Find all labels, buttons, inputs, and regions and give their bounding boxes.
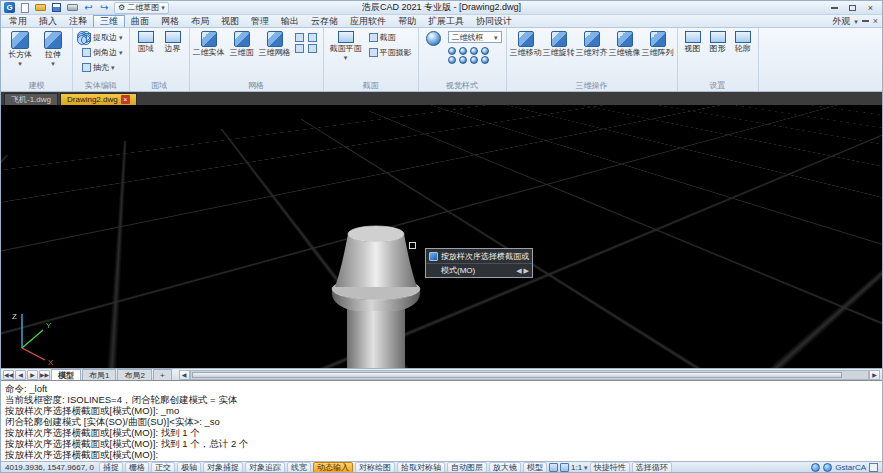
scrollbar-thumb[interactable] [192, 372, 842, 378]
open-file-button[interactable] [34, 2, 47, 14]
visual-style-option-icon[interactable] [459, 47, 467, 55]
solid-2d-button[interactable]: 二维实体 [194, 31, 224, 57]
doc-close-icon[interactable]: × [873, 17, 878, 26]
toggle-dynamic-input[interactable]: 动态输入 [313, 462, 353, 473]
rotate-3d-button[interactable]: 三维旋转 [544, 31, 574, 57]
close-drawing-icon[interactable]: × [121, 95, 130, 104]
scroll-left-icon[interactable]: ◀ [179, 370, 190, 380]
tab-mesh[interactable]: 网格 [155, 15, 185, 27]
next-option-icon[interactable]: ▶ [524, 267, 529, 275]
toggle-grid[interactable]: 栅格 [125, 462, 149, 473]
align-3d-button[interactable]: 三维对齐 [577, 31, 607, 57]
array-3d-button[interactable]: 三维阵列 [643, 31, 673, 57]
maximize-button[interactable] [844, 2, 861, 14]
toggle-polar[interactable]: 极轴 [177, 462, 201, 473]
revolved-mesh-icon[interactable] [295, 33, 304, 42]
region-button[interactable]: 面域 [134, 31, 158, 53]
visual-style-option-icon[interactable] [481, 56, 489, 64]
shell-button[interactable]: 抽壳 ▾ [80, 61, 125, 74]
tab-view[interactable]: 视图 [215, 15, 245, 27]
toggle-lineweight[interactable]: 线宽 [287, 462, 311, 473]
close-button[interactable]: × [862, 2, 879, 14]
chamfer-edge-button[interactable]: 倒角边 ▾ [80, 46, 125, 59]
toggle-snap[interactable]: 捕捉 [99, 462, 123, 473]
redo-button[interactable]: ↪ [98, 2, 111, 14]
view-button[interactable]: 视图 [682, 31, 704, 53]
tab-express-tools[interactable]: 扩展工具 [422, 15, 470, 27]
tab-insert[interactable]: 插入 [33, 15, 63, 27]
annotation-scale-value[interactable]: 1:1 [571, 463, 582, 472]
graphics-button[interactable]: 图形 [707, 31, 729, 53]
tab-collaboration[interactable]: 协同设计 [470, 15, 518, 27]
last-layout-icon[interactable]: ▶▶ [39, 370, 50, 380]
edge-mesh-icon[interactable] [308, 44, 317, 53]
next-layout-icon[interactable]: ▶ [27, 370, 38, 380]
visual-style-option-icon[interactable] [481, 47, 489, 55]
scrollbar-track[interactable] [190, 370, 869, 380]
toggle-pick-symmetry-axis[interactable]: 拾取对称轴 [397, 462, 445, 473]
scroll-right-icon[interactable]: ▶ [869, 370, 880, 380]
gstarcad-cloud-button[interactable]: GstarCA [835, 463, 866, 472]
toggle-autolayer[interactable]: 自动图层 [447, 462, 487, 473]
face-3d-button[interactable]: 三维面 [227, 31, 257, 57]
save-button[interactable] [50, 2, 63, 14]
extrude-button[interactable]: 拉伸 ▾ [38, 31, 68, 67]
prev-option-icon[interactable]: ◀ [516, 267, 521, 275]
app-logo-icon[interactable]: G [4, 2, 15, 13]
tab-output[interactable]: 输出 [275, 15, 305, 27]
ruled-mesh-icon[interactable] [295, 44, 304, 53]
flatshot-button[interactable]: 平面摄影 [367, 46, 414, 59]
tab-layout[interactable]: 布局 [185, 15, 215, 27]
fullscreen-icon[interactable] [869, 463, 878, 472]
workspace-switcher[interactable]: ⚙ 二维草图 ▾ [114, 2, 169, 14]
status-tray-icon[interactable] [823, 463, 832, 472]
doc-minimize-icon[interactable] [862, 20, 869, 22]
tab-cloud[interactable]: 云存储 [305, 15, 344, 27]
undo-button[interactable]: ↩ [82, 2, 95, 14]
mirror-3d-button[interactable]: 三维镜像 [610, 31, 640, 57]
toggle-selection-cycling[interactable]: 选择循环 [632, 462, 672, 473]
visual-style-option-icon[interactable] [448, 56, 456, 64]
status-tray-icon[interactable] [811, 463, 820, 472]
horizontal-scrollbar[interactable]: ◀ ▶ [179, 370, 880, 380]
ucs-icon[interactable]: Z Y X [3, 304, 63, 366]
tab-surface[interactable]: 曲面 [125, 15, 155, 27]
toggle-ortho[interactable]: 正交 [151, 462, 175, 473]
first-layout-icon[interactable]: ◀◀ [3, 370, 14, 380]
tab-manage[interactable]: 管理 [245, 15, 275, 27]
tab-model[interactable]: 模型 [51, 369, 81, 380]
visual-style-selector[interactable]: 二维线框 ▾ [448, 31, 502, 43]
command-prompt-line[interactable]: 按放样次序选择横截面或[模式(MO)]: [5, 449, 878, 460]
tab-help[interactable]: 帮助 [392, 15, 422, 27]
new-file-button[interactable] [18, 2, 31, 14]
tab-annotate[interactable]: 注释 [63, 15, 93, 27]
command-line-panel[interactable]: 命令: _loft 当前线框密度: ISOLINES=4，闭合轮廓创建模式 = … [1, 380, 882, 461]
boundary-button[interactable]: 边界 [161, 31, 185, 53]
visual-style-option-icon[interactable] [470, 47, 478, 55]
toggle-quick-properties[interactable]: 快捷特性 [590, 462, 630, 473]
section-button[interactable]: 截面 [367, 31, 414, 44]
annotation-autoscale-icon[interactable] [560, 463, 569, 472]
minimize-button[interactable] [826, 2, 843, 14]
drawing-tab-drawing2[interactable]: Drawing2.dwg × [60, 93, 137, 105]
tab-home[interactable]: 常用 [3, 15, 33, 27]
appearance-menu[interactable]: 外观 [832, 15, 850, 28]
tab-layout1[interactable]: 布局1 [82, 369, 116, 380]
annotation-visibility-icon[interactable] [549, 463, 558, 472]
toggle-symmetric-draw[interactable]: 对称绘图 [355, 462, 395, 473]
tab-layout2[interactable]: 布局2 [117, 369, 151, 380]
prev-layout-icon[interactable]: ◀ [15, 370, 26, 380]
visual-styles-button[interactable] [423, 31, 445, 46]
add-layout-button[interactable]: + [153, 369, 172, 380]
visual-style-option-icon[interactable] [470, 56, 478, 64]
drawing-tab-plane1[interactable]: 飞机-1.dwg [4, 93, 58, 105]
toggle-magnifier[interactable]: 放大镜 [489, 462, 521, 473]
mesh-3d-button[interactable]: 三维网格 [260, 31, 290, 57]
print-button[interactable] [66, 2, 79, 14]
toggle-otrack[interactable]: 对象追踪 [245, 462, 285, 473]
box-button[interactable]: 长方体 ▾ [5, 31, 35, 67]
section-plane-button[interactable]: 截面平面 ▾ [328, 31, 364, 61]
toggle-model-space[interactable]: 模型 [523, 462, 547, 473]
move-3d-button[interactable]: 三维移动 [511, 31, 541, 57]
visual-style-option-icon[interactable] [459, 56, 467, 64]
